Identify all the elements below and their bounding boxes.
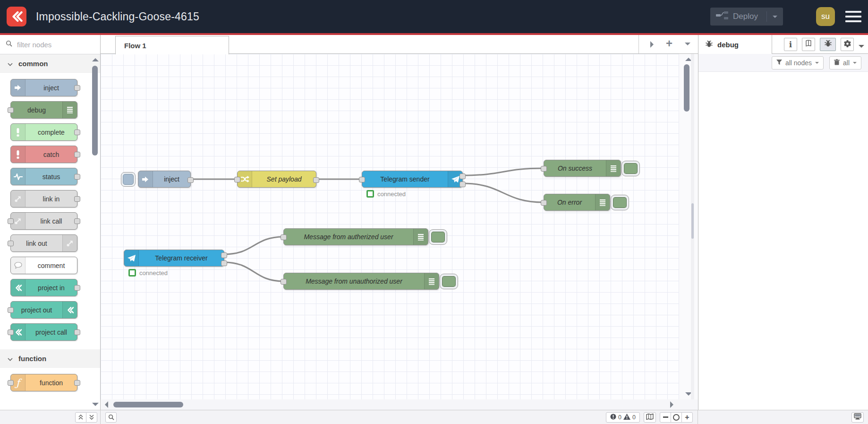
input-port[interactable] — [281, 234, 287, 240]
sidebar-tool-info[interactable]: i — [784, 38, 797, 51]
port[interactable] — [74, 174, 80, 180]
palette-node-project-out[interactable]: project out — [10, 301, 77, 319]
deploy-button[interactable]: Deploy — [710, 8, 783, 26]
port[interactable] — [74, 85, 80, 91]
canvas-vertical-scrollbar[interactable] — [679, 54, 698, 399]
input-port[interactable] — [234, 177, 240, 182]
sidebar-menu-icon[interactable] — [859, 45, 864, 51]
input-port[interactable] — [359, 177, 365, 182]
palette-collapse-all-button[interactable] — [75, 412, 86, 423]
debug-toggle-button[interactable] — [440, 274, 458, 289]
port[interactable] — [74, 218, 80, 224]
palette-scrollbar-thumb[interactable] — [92, 66, 98, 156]
caret-down-icon[interactable] — [773, 16, 777, 20]
port[interactable] — [74, 130, 80, 135]
flow-node-label: On success — [544, 164, 606, 172]
flow-node-inject[interactable]: inject — [138, 171, 191, 188]
port[interactable] — [74, 380, 80, 386]
flow-node-msg-auth[interactable]: Message from autherized user — [283, 228, 428, 245]
canvas-search-button[interactable] — [105, 412, 117, 423]
palette-node-link-out[interactable]: link out — [10, 234, 77, 252]
palette-expand-all-button[interactable] — [86, 412, 97, 423]
sidebar-tool-gear[interactable] — [841, 38, 854, 51]
port[interactable] — [74, 329, 80, 335]
palette-node-project-in[interactable]: project in — [10, 279, 77, 296]
add-flow-icon[interactable]: + — [666, 38, 672, 49]
flow-node-on-success[interactable]: On success — [544, 160, 621, 177]
port[interactable] — [8, 329, 14, 335]
flow-node-on-error[interactable]: On error — [544, 194, 610, 211]
open-window-button[interactable] — [851, 412, 864, 423]
output-port[interactable] — [460, 182, 466, 187]
palette-category-function[interactable]: function — [0, 349, 100, 368]
palette-node-status[interactable]: status — [10, 168, 77, 185]
scroll-right-icon[interactable] — [670, 401, 673, 408]
port[interactable] — [8, 218, 14, 224]
exclamation-icon — [11, 124, 26, 140]
output-port[interactable] — [221, 252, 227, 258]
scroll-down-icon[interactable] — [92, 403, 99, 406]
scroll-up-icon[interactable] — [92, 58, 99, 61]
zoom-in-button[interactable]: + — [681, 412, 693, 423]
status-connected-icon — [366, 190, 374, 198]
palette-search[interactable] — [0, 35, 100, 54]
port[interactable] — [8, 241, 14, 246]
port[interactable] — [8, 307, 14, 313]
tab-scroll-right-icon[interactable] — [650, 41, 654, 48]
sidebar: debug i all nodes all — [698, 35, 868, 410]
sidebar-tool-bug[interactable] — [820, 38, 836, 51]
inject-button[interactable] — [121, 172, 136, 187]
palette-node-label: project out — [11, 306, 62, 314]
palette-category-common[interactable]: common — [0, 54, 100, 73]
port[interactable] — [74, 152, 80, 157]
scroll-corner — [679, 399, 698, 410]
debug-filter-dropdown[interactable]: all nodes — [772, 56, 824, 69]
debug-toggle-button[interactable] — [429, 229, 447, 245]
canvas-horizontal-scrollbar[interactable] — [101, 399, 679, 410]
input-port[interactable] — [281, 279, 287, 285]
debug-clear-dropdown[interactable]: all — [829, 56, 861, 69]
palette-node-debug[interactable]: debug — [10, 101, 77, 119]
native-scrollbar[interactable] — [691, 54, 694, 399]
canvas-vscroll-thumb[interactable] — [684, 64, 689, 112]
palette-node-function[interactable]: ƒfunction — [10, 374, 77, 391]
tab-flow-1[interactable]: Flow 1 — [115, 36, 229, 54]
palette-node-complete[interactable]: complete — [10, 123, 77, 141]
palette-node-project-call[interactable]: project call — [10, 323, 77, 341]
palette-node-inject[interactable]: inject — [10, 79, 77, 96]
output-port[interactable] — [221, 260, 227, 266]
output-port[interactable] — [460, 173, 466, 179]
input-port[interactable] — [541, 200, 547, 206]
flow-node-telegram-sender[interactable]: Telegram sender — [362, 171, 463, 188]
sidebar-tab-debug[interactable]: debug — [698, 35, 772, 54]
tab-list-icon[interactable] — [685, 43, 690, 48]
debug-toggle-button[interactable] — [611, 195, 629, 210]
sidebar-tool-book[interactable] — [802, 38, 815, 51]
palette-scrollbar[interactable] — [91, 54, 100, 410]
palette-filter-input[interactable] — [16, 40, 101, 49]
input-port[interactable] — [541, 166, 547, 172]
user-avatar[interactable]: su — [816, 7, 835, 26]
port[interactable] — [8, 107, 14, 113]
palette-node-link-in[interactable]: link in — [10, 190, 77, 208]
zoom-reset-button[interactable] — [671, 412, 682, 423]
port[interactable] — [8, 380, 14, 386]
output-port[interactable] — [187, 177, 194, 183]
zoom-out-button[interactable] — [660, 412, 671, 423]
pulse-icon — [11, 168, 26, 185]
notifications-button[interactable]: 0 0 — [606, 412, 640, 423]
minimap-button[interactable] — [644, 412, 656, 423]
debug-toggle-button[interactable] — [621, 161, 640, 176]
flow-node-msg-unauth[interactable]: Message from unauthorized user — [283, 273, 439, 290]
palette-node-comment[interactable]: comment — [10, 257, 77, 274]
canvas-hscroll-thumb[interactable] — [113, 402, 183, 407]
scroll-left-icon[interactable] — [105, 401, 108, 408]
flow-node-telegram-receiver[interactable]: Telegram receiver — [124, 250, 224, 267]
output-port[interactable] — [313, 177, 319, 183]
flow-node-set-payload[interactable]: Set payload — [237, 171, 316, 188]
port[interactable] — [74, 196, 80, 202]
port[interactable] — [74, 285, 80, 291]
main-menu-icon[interactable] — [845, 11, 861, 22]
palette-node-catch[interactable]: catch — [10, 146, 77, 163]
palette-node-link-call[interactable]: link call — [10, 212, 77, 230]
